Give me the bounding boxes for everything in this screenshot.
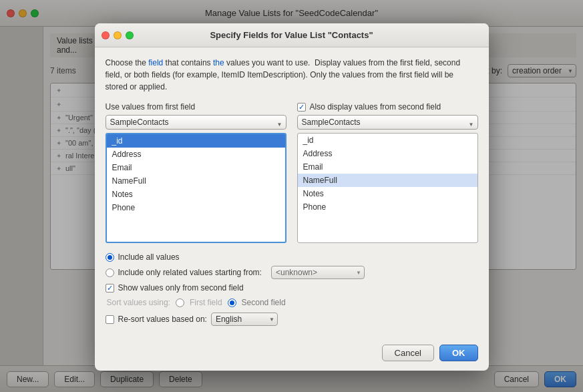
language-dropdown-wrapper[interactable]: English [211, 313, 278, 326]
second-field-column: Also display values from second field Sa… [297, 102, 478, 243]
resort-row: Re-sort values based on: English [106, 313, 478, 326]
first-field-label: Use values from first field [106, 102, 286, 112]
related-dropdown-wrapper[interactable]: <unknown> [268, 266, 365, 279]
modal-maximize-button[interactable] [126, 31, 134, 39]
related-dropdown[interactable]: <unknown> [271, 266, 365, 279]
first-field-column: Use values from first field SampleContac… [106, 102, 286, 243]
sort-second-field-radio[interactable] [228, 299, 236, 307]
second-field-item-phone[interactable]: Phone [298, 200, 477, 214]
second-field-list[interactable]: _id Address Email NameFull Notes Phone [297, 133, 478, 243]
include-all-row: Include all values [106, 252, 478, 262]
first-field-item-id[interactable]: _id [107, 134, 285, 148]
include-related-row: Include only related values starting fro… [106, 266, 478, 279]
show-second-field-checkbox[interactable] [106, 284, 114, 292]
modal-description: Choose the field that contains the value… [106, 57, 478, 93]
show-second-field-label: Show values only from second field [118, 283, 244, 292]
first-field-table-dropdown[interactable]: SampleContacts [106, 115, 286, 130]
first-field-item-address[interactable]: Address [107, 148, 285, 161]
resort-checkbox[interactable] [106, 315, 114, 324]
second-field-item-notes[interactable]: Notes [298, 187, 477, 200]
first-field-table-dropdown-wrapper[interactable]: SampleContacts [106, 115, 286, 133]
resort-label: Re-sort values based on: [118, 315, 207, 324]
modal-cancel-button[interactable]: Cancel [382, 345, 434, 361]
second-field-item-namefull[interactable]: NameFull [298, 174, 477, 187]
show-second-field-row: Show values only from second field [106, 283, 478, 292]
second-field-checkbox[interactable] [297, 103, 306, 112]
modal-traffic-lights [102, 31, 134, 39]
second-field-label: Also display values from second field [297, 102, 478, 112]
second-field-item-address[interactable]: Address [298, 147, 477, 160]
modal-body: Choose the field that contains the value… [95, 47, 489, 345]
sort-values-label: Sort values using: [107, 298, 170, 307]
options-section: Include all values Include only related … [106, 252, 478, 326]
fields-row: Use values from first field SampleContac… [106, 102, 478, 243]
modal-footer: Cancel OK [95, 345, 489, 371]
language-dropdown[interactable]: English [211, 313, 278, 326]
include-related-radio[interactable] [106, 268, 114, 277]
sort-first-field-radio[interactable] [176, 299, 184, 307]
modal-close-button[interactable] [102, 31, 110, 39]
second-field-table-dropdown-wrapper[interactable]: SampleContacts [297, 115, 478, 133]
modal-ok-button[interactable]: OK [439, 345, 478, 361]
modal-titlebar: Specify Fields for Value List "Contacts" [95, 23, 489, 47]
sort-values-row: Sort values using: First field Second fi… [106, 298, 478, 307]
include-related-label: Include only related values starting fro… [118, 268, 262, 277]
include-all-label: Include all values [118, 252, 180, 262]
second-field-table-dropdown[interactable]: SampleContacts [297, 115, 478, 130]
sort-first-field-label: First field [190, 298, 222, 307]
first-field-item-email[interactable]: Email [107, 161, 285, 174]
modal-title: Specify Fields for Value List "Contacts" [210, 30, 373, 40]
first-field-item-phone[interactable]: Phone [107, 201, 285, 214]
first-field-list[interactable]: _id Address Email NameFull Notes Phone [106, 133, 286, 243]
first-field-item-notes[interactable]: Notes [107, 188, 285, 201]
specify-fields-modal: Specify Fields for Value List "Contacts"… [95, 23, 489, 371]
modal-overlay: Specify Fields for Value List "Contacts"… [0, 0, 583, 392]
include-all-radio[interactable] [106, 253, 114, 262]
second-field-item-id[interactable]: _id [298, 134, 477, 147]
sort-second-field-label: Second field [242, 298, 286, 307]
second-field-item-email[interactable]: Email [298, 160, 477, 174]
modal-minimize-button[interactable] [114, 31, 122, 39]
first-field-item-namefull[interactable]: NameFull [107, 174, 285, 188]
